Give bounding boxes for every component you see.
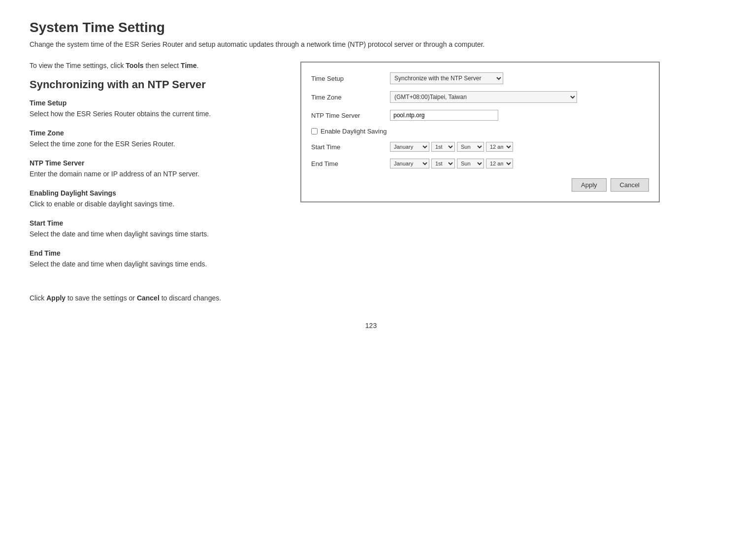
- panel-timezone-row: Time Zone (GMT+08:00)Taipei, Taiwan (GMT…: [311, 91, 649, 103]
- ntp-server-input[interactable]: [390, 110, 498, 121]
- panel-time-setup-row: Time Setup Synchronize with the NTP Serv…: [311, 72, 649, 84]
- panel-daylight-row: Enable Daylight Saving: [311, 128, 649, 135]
- ntp-server-title: NTP Time Server: [30, 159, 286, 167]
- bottom-apply-bold: Apply: [46, 294, 65, 302]
- panel-timezone-control: (GMT+08:00)Taipei, Taiwan (GMT+00:00)UTC…: [390, 91, 649, 103]
- end-day-select[interactable]: 1st2nd3rd 4th5thLast: [431, 159, 455, 168]
- page-title: System Time Setting: [30, 20, 712, 35]
- bottom-paragraph: Click Apply to save the settings or Canc…: [30, 294, 712, 302]
- start-time-section: Start Time Select the date and time when…: [30, 219, 286, 239]
- page-number: 123: [30, 322, 712, 329]
- time-zone-desc: Select the time zone for the ESR Series …: [30, 139, 286, 149]
- panel-start-time-label: Start Time: [311, 143, 390, 151]
- section-heading: Synchronizing with an NTP Server: [30, 78, 286, 91]
- intro-time-bold: Time: [181, 62, 196, 69]
- panel-end-time-row: End Time JanuaryFebruaryMarch AprilMayJu…: [311, 159, 649, 168]
- time-zone-section: Time Zone Select the time zone for the E…: [30, 129, 286, 149]
- daylight-desc: Click to enable or disable daylight savi…: [30, 199, 286, 209]
- end-time-title: End Time: [30, 249, 286, 257]
- panel-time-setup-control: Synchronize with the NTP Server Set Manu…: [390, 72, 649, 84]
- intro-tools-bold: Tools: [126, 62, 143, 69]
- start-month-select[interactable]: JanuaryFebruaryMarch AprilMayJune JulyAu…: [390, 142, 429, 152]
- main-layout: To view the Time settings, click Tools t…: [30, 62, 712, 279]
- intro-then: then select: [144, 62, 181, 69]
- panel-time-setup-label: Time Setup: [311, 75, 390, 82]
- start-weekday-select[interactable]: SunMonTue WedThuFriSat: [457, 142, 484, 152]
- daylight-checkbox[interactable]: [311, 128, 318, 134]
- bottom-mid: to save the settings or: [65, 294, 137, 302]
- intro-period: .: [197, 62, 199, 69]
- apply-button[interactable]: Apply: [572, 178, 607, 192]
- start-time-selects: JanuaryFebruaryMarch AprilMayJune JulyAu…: [390, 142, 649, 152]
- bottom-suffix: to discard changes.: [160, 294, 221, 302]
- start-time-title: Start Time: [30, 219, 286, 227]
- intro-paragraph: To view the Time settings, click Tools t…: [30, 62, 286, 69]
- time-setup-title: Time Setup: [30, 99, 286, 107]
- daylight-section: Enabling Daylight Savings Click to enabl…: [30, 189, 286, 209]
- end-weekday-select[interactable]: SunMonTue WedThuFriSat: [457, 159, 484, 168]
- page-subtitle: Change the system time of the ESR Series…: [30, 39, 712, 50]
- end-time-selects: JanuaryFebruaryMarch AprilMayJune JulyAu…: [390, 159, 649, 168]
- settings-panel: Time Setup Synchronize with the NTP Serv…: [300, 62, 660, 202]
- panel-end-time-label: End Time: [311, 160, 390, 167]
- time-setup-select[interactable]: Synchronize with the NTP Server Set Manu…: [390, 72, 503, 84]
- end-time-section: End Time Select the date and time when d…: [30, 249, 286, 269]
- end-hour-select[interactable]: 12 am1 am2 am 3 am4 am5 am 6 am7 am8 am …: [486, 159, 513, 168]
- end-month-select[interactable]: JanuaryFebruaryMarch AprilMayJune JulyAu…: [390, 159, 429, 168]
- intro-prefix: To view the Time settings, click: [30, 62, 126, 69]
- end-time-desc: Select the date and time when daylight s…: [30, 259, 286, 269]
- bottom-section: Click Apply to save the settings or Canc…: [30, 294, 712, 302]
- panel-start-time-row: Start Time JanuaryFebruaryMarch AprilMay…: [311, 142, 649, 152]
- timezone-select[interactable]: (GMT+08:00)Taipei, Taiwan (GMT+00:00)UTC…: [390, 91, 577, 103]
- daylight-title: Enabling Daylight Savings: [30, 189, 286, 197]
- start-hour-select[interactable]: 12 am1 am2 am 3 am4 am5 am 6 am7 am8 am …: [486, 142, 513, 152]
- panel-ntp-row: NTP Time Server: [311, 110, 649, 121]
- bottom-cancel-bold: Cancel: [137, 294, 160, 302]
- time-setup-desc: Select how the ESR Series Router obtains…: [30, 109, 286, 119]
- start-time-desc: Select the date and time when daylight s…: [30, 229, 286, 239]
- panel-start-time-control: JanuaryFebruaryMarch AprilMayJune JulyAu…: [390, 142, 649, 152]
- panel-end-time-control: JanuaryFebruaryMarch AprilMayJune JulyAu…: [390, 159, 649, 168]
- left-content: To view the Time settings, click Tools t…: [30, 62, 286, 279]
- start-day-select[interactable]: 1st2nd3rd 4th5thLast: [431, 142, 455, 152]
- ntp-server-desc: Enter the domain name or IP address of a…: [30, 169, 286, 179]
- panel-ntp-label: NTP Time Server: [311, 112, 390, 119]
- time-setup-section: Time Setup Select how the ESR Series Rou…: [30, 99, 286, 119]
- ntp-server-section: NTP Time Server Enter the domain name or…: [30, 159, 286, 179]
- daylight-label: Enable Daylight Saving: [321, 128, 387, 135]
- panel-timezone-label: Time Zone: [311, 94, 390, 101]
- bottom-prefix: Click: [30, 294, 46, 302]
- panel-buttons: Apply Cancel: [311, 178, 649, 192]
- time-zone-title: Time Zone: [30, 129, 286, 137]
- cancel-button[interactable]: Cancel: [611, 178, 649, 192]
- panel-ntp-control: [390, 110, 649, 121]
